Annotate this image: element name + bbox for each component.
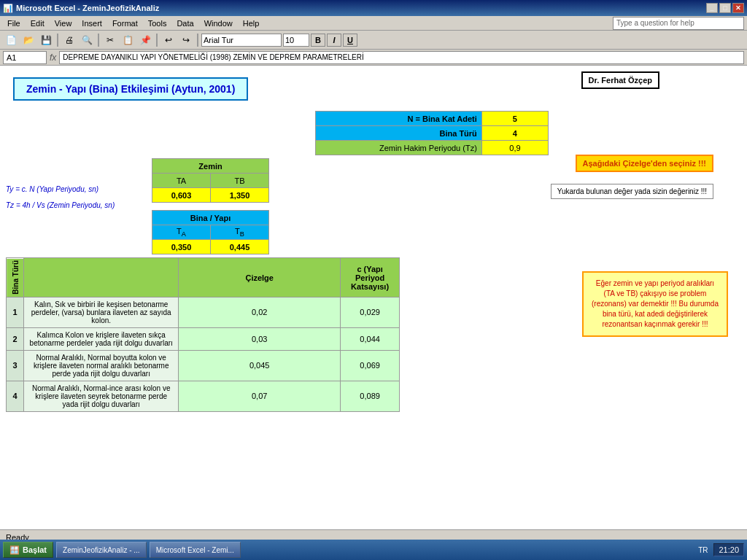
menu-tools[interactable]: Tools <box>144 18 171 28</box>
row-num-2: 3 <box>7 350 24 381</box>
bina-col-tb: TB <box>211 225 269 240</box>
zemin-col-tb: TB <box>211 174 269 188</box>
copy-button[interactable]: 📋 <box>120 33 136 47</box>
page-title: Zemin - Yapı (Bina) Etkileşimi (Aytun, 2… <box>13 77 248 101</box>
toolbar-sep-2 <box>98 34 99 47</box>
row-val1-3: 0,07 <box>179 381 341 411</box>
formula-bar: A1 fx DEPREME DAYANIKLI YAPI YÖNETMELİĞİ… <box>0 50 747 66</box>
row-val1-1: 0,03 <box>179 327 341 350</box>
input-label-2: Zemin Hakim Periyodu (Tz) <box>316 141 482 155</box>
menu-file[interactable]: File <box>3 18 25 28</box>
print-button[interactable]: 🖨 <box>61 33 77 47</box>
menu-data[interactable]: Data <box>172 18 198 28</box>
row-val2-1: 0,044 <box>341 327 400 350</box>
zemin-value-tb[interactable]: 1,350 <box>211 188 269 203</box>
bina-table: Bina / Yapı TA TB 0,350 0,445 <box>152 210 269 254</box>
toolbar-sep-3 <box>156 34 158 47</box>
lower-table: Bina Türü Çizelge c (Yapı Periyod Katsay… <box>6 257 400 412</box>
lower-col-num <box>24 258 179 298</box>
row-num-1: 2 <box>7 327 24 350</box>
start-button[interactable]: 🪟 Başlat <box>3 542 53 558</box>
row-val2-0: 0,029 <box>341 297 400 327</box>
underline-button[interactable]: U <box>343 34 357 47</box>
menu-help[interactable]: Help <box>239 18 264 28</box>
start-label: Başlat <box>23 545 47 554</box>
content-wrapper: Zemin - Yapı (Bina) Etkileşimi (Aytun, 2… <box>0 66 747 418</box>
help-box[interactable]: Type a question for help <box>613 17 744 30</box>
close-button[interactable]: ✕ <box>732 3 744 13</box>
locale-indicator: TR <box>698 546 708 554</box>
lower-col-cizelge: Çizelge <box>179 258 341 298</box>
row-val1-0: 0,02 <box>179 297 341 327</box>
formula-content[interactable]: DEPREME DAYANIKLI YAPI YÖNETMELİĞİ (1998… <box>59 51 744 64</box>
title-bar: 📊 Microsoft Excel - ZeminJeofizikAnaliz … <box>0 0 747 16</box>
clock: 21:20 <box>713 543 744 556</box>
new-button[interactable]: 📄 <box>3 33 19 47</box>
bina-col-ta: TA <box>152 225 211 240</box>
table-row: 1 Kalın, Sık ve birbiri ile keşisen beto… <box>7 297 400 327</box>
row-num-3: 4 <box>7 381 24 411</box>
period-labels: Ty = c. N (Yapı Periyodu, sn) Tz = 4h / … <box>6 158 152 214</box>
callout-right: Eğer zemin ve yapı periyod aralıkları (T… <box>582 271 728 337</box>
title-bar-buttons: _ □ ✕ <box>706 3 744 13</box>
period-label-2: Tz = 4h / Vs (Zemin Periyodu, sn) <box>6 198 152 214</box>
menu-format[interactable]: Format <box>108 18 142 28</box>
paste-button[interactable]: 📌 <box>137 33 153 47</box>
title-bar-left: 📊 Microsoft Excel - ZeminJeofizikAnaliz <box>3 4 159 13</box>
zemin-table: Zemin TA TB 0,603 1,350 <box>152 158 269 203</box>
period-label-1: Ty = c. N (Yapı Periyodu, sn) <box>6 182 152 198</box>
lower-col-c: c (Yapı Periyod Katsayısı) <box>341 258 400 298</box>
bina-header: Bina / Yapı <box>152 211 269 225</box>
app-icon: 📊 <box>3 4 13 13</box>
bina-turu-header: Bina Türü <box>7 258 24 298</box>
redo-button[interactable]: ↪ <box>178 33 194 47</box>
cell-reference[interactable]: A1 <box>3 51 47 64</box>
formula-icon: fx <box>50 52 56 63</box>
toolbar: 📄 📂 💾 🖨 🔍 ✂ 📋 📌 ↩ ↪ B I U <box>0 31 747 50</box>
input-value-1[interactable]: 4 <box>481 126 548 141</box>
zemin-header: Zemin <box>152 159 269 174</box>
row-val2-3: 0,089 <box>341 381 400 411</box>
row-num-0: 1 <box>7 297 24 327</box>
toolbar-sep-1 <box>57 34 58 47</box>
bina-value-tb[interactable]: 0,445 <box>211 240 269 254</box>
taskbar-right: TR 21:20 <box>698 543 744 556</box>
table-row: 4 Normal Aralıklı, Normal-ince arası kol… <box>7 381 400 411</box>
menu-view[interactable]: View <box>50 18 77 28</box>
menu-insert[interactable]: Insert <box>77 18 107 28</box>
sheet-content: Zemin - Yapı (Bina) Etkileşimi (Aytun, 2… <box>0 66 747 529</box>
sheet-area: Zemin - Yapı (Bina) Etkileşimi (Aytun, 2… <box>0 66 747 529</box>
italic-button[interactable]: I <box>327 34 341 47</box>
taskbar-item-1[interactable]: Microsoft Excel - Zemi... <box>150 542 241 558</box>
row-desc-1: Kalımca Kolon ve krişlere ilaveten sıkça… <box>24 327 179 350</box>
cut-button[interactable]: ✂ <box>102 33 118 47</box>
undo-button[interactable]: ↩ <box>160 33 177 47</box>
row-val2-2: 0,069 <box>341 350 400 381</box>
input-label-0: N = Bina Kat Adeti <box>316 112 482 126</box>
toolbar-sep-4 <box>197 34 198 47</box>
menu-edit[interactable]: Edit <box>26 18 49 28</box>
bina-value-ta[interactable]: 0,350 <box>152 240 211 254</box>
preview-button[interactable]: 🔍 <box>79 33 95 47</box>
save-button[interactable]: 💾 <box>38 33 54 47</box>
zemin-value-ta[interactable]: 0,603 <box>152 188 211 203</box>
minimize-button[interactable]: _ <box>706 3 718 13</box>
help-placeholder: Type a question for help <box>616 19 694 27</box>
open-button[interactable]: 📂 <box>20 33 36 47</box>
menu-window[interactable]: Window <box>200 18 237 28</box>
font-selector[interactable] <box>201 34 282 47</box>
input-table: N = Bina Kat Adeti 5 Bina Türü 4 Zemin H… <box>315 111 549 155</box>
row-desc-3: Normal Aralıklı, Normal-ince arası kolon… <box>24 381 179 411</box>
title-bar-text: Microsoft Excel - ZeminJeofizikAnaliz <box>16 4 159 12</box>
input-value-0[interactable]: 5 <box>481 112 548 126</box>
maximize-button[interactable]: □ <box>719 3 731 13</box>
windows-icon: 🪟 <box>9 545 20 555</box>
taskbar: 🪟 Başlat ZeminJeofizikAnaliz - ... Micro… <box>0 540 747 560</box>
input-value-2[interactable]: 0,9 <box>481 141 548 155</box>
table-row: 3 Normal Aralıklı, Normal boyutta kolon … <box>7 350 400 381</box>
font-size-selector[interactable] <box>283 34 309 47</box>
bold-button[interactable]: B <box>311 34 325 47</box>
table-row: 2 Kalımca Kolon ve krişlere ilaveten sık… <box>7 327 400 350</box>
row-desc-0: Kalın, Sık ve birbiri ile keşisen betona… <box>24 297 179 327</box>
taskbar-item-0[interactable]: ZeminJeofizikAnaliz - ... <box>56 542 147 558</box>
